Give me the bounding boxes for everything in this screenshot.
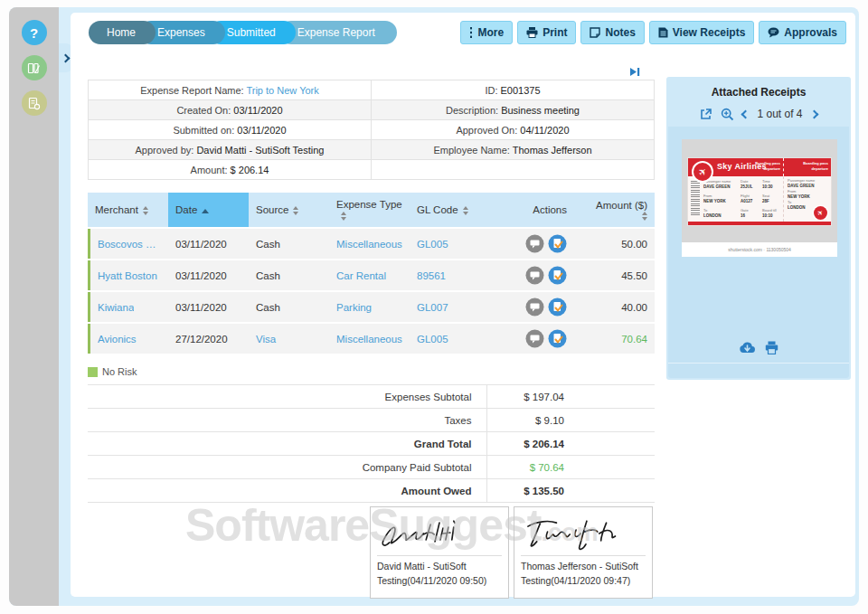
print-icon	[526, 27, 538, 38]
stock-caption: shutterstock.com · 1130050504	[682, 242, 837, 257]
col-gl-code[interactable]: GL Code	[410, 193, 482, 227]
table-header-row: Merchant Date Source Expense Type GL Cod…	[88, 193, 655, 227]
signature-divider	[377, 555, 502, 556]
expense-row: Boscovos Johns... 03/11/2020 Cash Miscel…	[88, 229, 655, 259]
amount-cell: 45.50	[574, 260, 655, 290]
col-amount[interactable]: Amount ($)	[574, 193, 655, 227]
approver-signature-caption: David Matti - SutiSoft Testing(04/11/202…	[377, 560, 502, 589]
comment-icon[interactable]	[525, 329, 544, 348]
receipt-check-icon[interactable]	[548, 329, 567, 348]
main-content: Home Expenses Submitted Expense Report M…	[71, 13, 855, 597]
merchant-link[interactable]: Boscovos Johns...	[98, 239, 161, 250]
panel-divider	[668, 363, 849, 364]
field-value: Thomas Jefferson	[513, 145, 592, 156]
field-value: David Matti - SutiSoft Testing	[196, 145, 324, 156]
gl-code-link[interactable]: GL007	[417, 302, 448, 313]
next-receipt-icon[interactable]	[809, 109, 818, 118]
merchant-link[interactable]: Avionics	[98, 334, 137, 345]
expense-type-link[interactable]: Car Rental	[336, 270, 386, 281]
more-icon	[469, 27, 473, 38]
open-external-icon[interactable]	[700, 108, 712, 120]
employee-signature-image	[521, 512, 646, 553]
table-row: Amount: $ 206.14	[89, 160, 655, 180]
source-link[interactable]: Visa	[256, 334, 276, 345]
table-row: Approved by: David Matti - SutiSoft Test…	[89, 140, 655, 160]
view-receipts-label: View Receipts	[673, 26, 745, 39]
field-value: 04/11/2020	[520, 125, 569, 136]
merchant-link[interactable]: Hyatt Boston	[98, 270, 157, 281]
approvals-icon	[768, 27, 779, 38]
col-merchant[interactable]: Merchant	[88, 193, 168, 227]
field-label: Approved On:	[456, 125, 517, 136]
signature-divider	[521, 555, 646, 556]
field-label: ID:	[485, 85, 497, 96]
date-cell: 03/11/2020	[168, 292, 249, 322]
gl-code-link[interactable]: GL005	[417, 239, 448, 250]
receipt-check-icon[interactable]	[548, 234, 567, 253]
field-label: Employee Name:	[433, 145, 509, 156]
no-risk-swatch	[88, 367, 98, 377]
print-button[interactable]: Print	[517, 21, 576, 44]
totals-table: Expenses Subtotal$ 197.04 Taxes$ 9.10 Gr…	[88, 384, 655, 503]
report-info-icon[interactable]	[22, 90, 47, 116]
airline-logo: ✈	[692, 161, 713, 183]
expense-row: Kiwiana 03/11/2020 Cash Parking GL007 40…	[88, 292, 655, 322]
download-icon[interactable]	[739, 341, 756, 354]
expense-type-link[interactable]: Parking	[336, 302, 372, 313]
amount-cell: 70.64	[574, 324, 655, 354]
total-row: Company Paid Subtotal$ 70.64	[88, 456, 655, 479]
source-cell: Cash	[249, 292, 329, 322]
help-icon[interactable]: ?	[22, 20, 47, 45]
gl-code-link[interactable]: 89561	[417, 270, 446, 281]
field-label: Submitted on:	[173, 125, 234, 136]
col-source[interactable]: Source	[249, 193, 329, 227]
comment-icon[interactable]	[525, 298, 544, 316]
tab-home[interactable]: Home	[89, 21, 156, 44]
total-row: Taxes$ 9.10	[88, 409, 655, 432]
table-row: Submitted on: 03/11/2020 Approved On: 04…	[89, 120, 655, 140]
date-cell: 27/12/2020	[168, 324, 249, 354]
sort-icon	[143, 206, 148, 215]
field-label: Approved by:	[136, 145, 194, 156]
total-row: Grand Total$ 206.14	[88, 432, 655, 456]
more-label: More	[477, 26, 504, 39]
report-name-link[interactable]: Trip to New York	[246, 85, 318, 96]
expense-type-link[interactable]: Miscellaneous	[336, 239, 402, 250]
tab-expense-report[interactable]: Expense Report	[279, 21, 397, 44]
expense-items-table: Merchant Date Source Expense Type GL Cod…	[88, 191, 655, 355]
gl-code-link[interactable]: GL005	[417, 334, 448, 345]
receipt-check-icon[interactable]	[548, 298, 567, 316]
field-label: Expense Report Name:	[140, 85, 243, 96]
toolbar: More Print Notes View Receipts Approvals	[460, 21, 846, 44]
signatures: David Matti - SutiSoft Testing(04/11/202…	[370, 506, 655, 599]
date-cell: 03/11/2020	[168, 260, 249, 290]
app-frame: ? Home Expenses Submitted Expense Report…	[9, 7, 859, 606]
no-risk-label: No Risk	[102, 366, 137, 377]
approver-signature-box: David Matti - SutiSoft Testing(04/11/202…	[370, 506, 509, 599]
comment-icon[interactable]	[525, 266, 544, 285]
merchant-link[interactable]: Kiwiana	[98, 302, 134, 313]
more-button[interactable]: More	[460, 21, 513, 44]
zoom-in-icon[interactable]	[721, 108, 734, 121]
view-receipts-button[interactable]: View Receipts	[649, 21, 754, 44]
airline-logo-small: ✈	[814, 206, 827, 220]
receipt-actions	[668, 341, 849, 354]
field-label: Description:	[446, 105, 498, 116]
receipt-check-icon[interactable]	[548, 266, 567, 285]
table-row: Expense Report Name: Trip to New York ID…	[89, 80, 655, 100]
comment-icon[interactable]	[525, 234, 544, 253]
col-expense-type[interactable]: Expense Type	[329, 193, 410, 227]
collapse-panel-icon[interactable]	[629, 64, 640, 80]
sort-icon	[341, 212, 346, 221]
sort-icon	[642, 212, 647, 221]
risk-legend: No Risk	[88, 366, 655, 377]
field-value: $ 206.14	[231, 165, 269, 175]
col-date[interactable]: Date	[168, 193, 249, 227]
approvals-button[interactable]: Approvals	[759, 21, 846, 44]
receipt-image[interactable]: Sky Airlines Boarding passdeparture Boar…	[682, 139, 837, 257]
print-receipt-icon[interactable]	[765, 341, 778, 354]
expense-type-link[interactable]: Miscellaneous	[336, 334, 402, 345]
ledger-icon[interactable]	[22, 55, 47, 80]
prev-receipt-icon[interactable]	[741, 109, 750, 118]
notes-button[interactable]: Notes	[580, 21, 644, 44]
